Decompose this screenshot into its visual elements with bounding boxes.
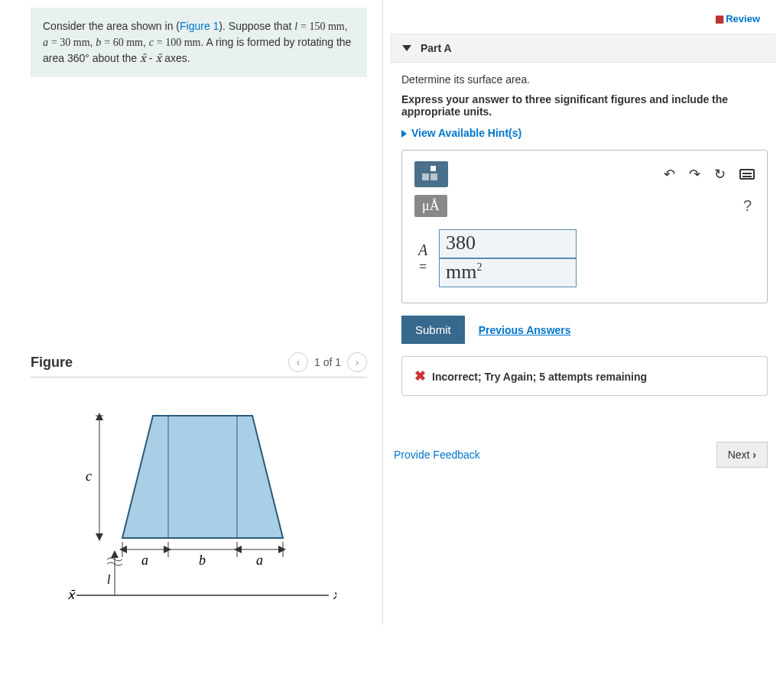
figure-diagram: x̄ x̄ l c — [31, 393, 367, 617]
part-title: Part A — [421, 42, 452, 54]
part-a-header[interactable]: Part A — [391, 34, 775, 63]
answer-panel: ↶ ↷ ↻ μÅ ? A = 380 mm2 — [401, 150, 768, 303]
reset-icon[interactable]: ↻ — [714, 166, 726, 183]
units-picker-button[interactable]: μÅ — [414, 195, 447, 217]
part-instruction: Express your answer to three significant… — [401, 93, 775, 118]
svg-text:c: c — [86, 468, 92, 484]
figure-prev-button[interactable]: ‹ — [288, 352, 308, 372]
keyboard-icon[interactable] — [739, 169, 755, 180]
figure-pager: 1 of 1 — [314, 356, 341, 368]
provide-feedback-link[interactable]: Provide Feedback — [394, 449, 480, 461]
svg-marker-5 — [122, 416, 283, 538]
incorrect-x-icon: ✖ — [414, 368, 426, 384]
svg-text:a: a — [256, 553, 263, 568]
svg-text:b: b — [199, 553, 206, 568]
next-button[interactable]: Next › — [716, 442, 768, 468]
svg-rect-19 — [422, 173, 429, 180]
view-hints-link[interactable]: View Available Hint(s) — [401, 127, 775, 139]
previous-answers-link[interactable]: Previous Answers — [479, 324, 571, 336]
feedback-box: ✖Incorrect; Try Again; 5 attempts remain… — [401, 356, 768, 396]
svg-rect-21 — [430, 166, 436, 171]
template-button[interactable] — [414, 161, 448, 187]
redo-icon[interactable]: ↷ — [689, 166, 700, 183]
svg-text:a: a — [141, 553, 148, 568]
svg-text:x̄: x̄ — [333, 588, 336, 601]
intro-after: ). Suppose that — [219, 20, 294, 32]
answer-units-input[interactable]: mm2 — [439, 258, 577, 287]
figure-link[interactable]: Figure 1 — [180, 20, 219, 32]
problem-statement: Consider the area shown in (Figure 1). S… — [31, 8, 367, 77]
svg-text:x̄: x̄ — [67, 588, 76, 601]
svg-rect-20 — [430, 173, 437, 180]
help-icon[interactable]: ? — [743, 197, 755, 215]
submit-button[interactable]: Submit — [401, 316, 465, 344]
intro-before: Consider the area shown in ( — [43, 20, 180, 32]
feedback-text: Incorrect; Try Again; 5 attempts remaini… — [432, 371, 647, 383]
triangle-right-icon — [401, 130, 407, 138]
equals-sign: = — [419, 259, 427, 275]
part-prompt: Determine its surface area. — [401, 73, 775, 86]
undo-icon[interactable]: ↶ — [664, 166, 675, 183]
caret-down-icon — [402, 45, 411, 51]
figure-next-button[interactable]: › — [347, 352, 367, 372]
book-icon: ▮▮ — [715, 13, 723, 24]
answer-symbol: A — [414, 241, 431, 259]
answer-value-input[interactable]: 380 — [439, 229, 577, 258]
figure-title: Figure — [31, 355, 73, 371]
review-link[interactable]: ▮▮Review — [715, 13, 760, 24]
svg-text:l: l — [107, 573, 111, 586]
